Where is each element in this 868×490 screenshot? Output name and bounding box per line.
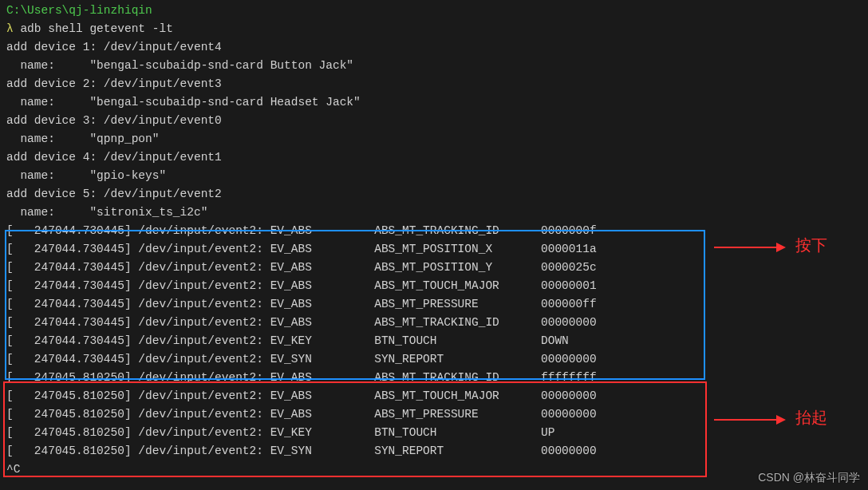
event-line: [ 247044.730445] /dev/input/event2: EV_A… bbox=[6, 240, 868, 259]
event-line: [ 247044.730445] /dev/input/event2: EV_A… bbox=[6, 259, 868, 277]
device-name-line: name: "gpio-keys" bbox=[6, 167, 868, 185]
release-events-block: [ 247045.810250] /dev/input/event2: EV_A… bbox=[6, 369, 868, 460]
event-line: [ 247044.730445] /dev/input/event2: EV_A… bbox=[6, 295, 868, 314]
device-line: add device 2: /dev/input/event3 bbox=[6, 75, 868, 93]
prompt-symbol: λ bbox=[6, 22, 14, 35]
watermark: CSDN @林奋斗同学 bbox=[758, 468, 860, 487]
device-name-line: name: "bengal-scubaidp-snd-card Button J… bbox=[6, 57, 868, 75]
event-line: [ 247045.810250] /dev/input/event2: EV_S… bbox=[6, 442, 868, 460]
event-line: [ 247045.810250] /dev/input/event2: EV_K… bbox=[6, 424, 868, 442]
event-line: [ 247045.810250] /dev/input/event2: EV_A… bbox=[6, 387, 868, 405]
event-line: [ 247044.730445] /dev/input/event2: EV_K… bbox=[6, 332, 868, 350]
devices-block: add device 1: /dev/input/event4 name: "b… bbox=[6, 38, 868, 222]
command-text: adb shell getevent -lt bbox=[20, 22, 172, 35]
press-events-block: [ 247044.730445] /dev/input/event2: EV_A… bbox=[6, 222, 868, 369]
command-line: λ adb shell getevent -lt bbox=[6, 20, 868, 38]
event-line: [ 247044.730445] /dev/input/event2: EV_A… bbox=[6, 314, 868, 332]
device-line: add device 1: /dev/input/event4 bbox=[6, 38, 868, 57]
event-line: [ 247044.730445] /dev/input/event2: EV_A… bbox=[6, 222, 868, 240]
event-line: [ 247044.730445] /dev/input/event2: EV_S… bbox=[6, 350, 868, 369]
device-name-line: name: "qpnp_pon" bbox=[6, 130, 868, 148]
event-line: [ 247044.730445] /dev/input/event2: EV_A… bbox=[6, 277, 868, 295]
device-line: add device 5: /dev/input/event2 bbox=[6, 185, 868, 204]
device-line: add device 3: /dev/input/event0 bbox=[6, 112, 868, 130]
event-line: [ 247045.810250] /dev/input/event2: EV_A… bbox=[6, 369, 868, 387]
device-name-line: name: "bengal-scubaidp-snd-card Headset … bbox=[6, 93, 868, 112]
events-container: [ 247044.730445] /dev/input/event2: EV_A… bbox=[6, 222, 868, 479]
device-name-line: name: "sitronix_ts_i2c" bbox=[6, 204, 868, 222]
terminal-output: C:\Users\qj-linzhiqin λ adb shell geteve… bbox=[6, 2, 868, 479]
footer: ^C bbox=[6, 460, 868, 479]
event-line: [ 247045.810250] /dev/input/event2: EV_A… bbox=[6, 405, 868, 424]
prompt-path: C:\Users\qj-linzhiqin bbox=[6, 2, 868, 20]
device-line: add device 4: /dev/input/event1 bbox=[6, 148, 868, 167]
